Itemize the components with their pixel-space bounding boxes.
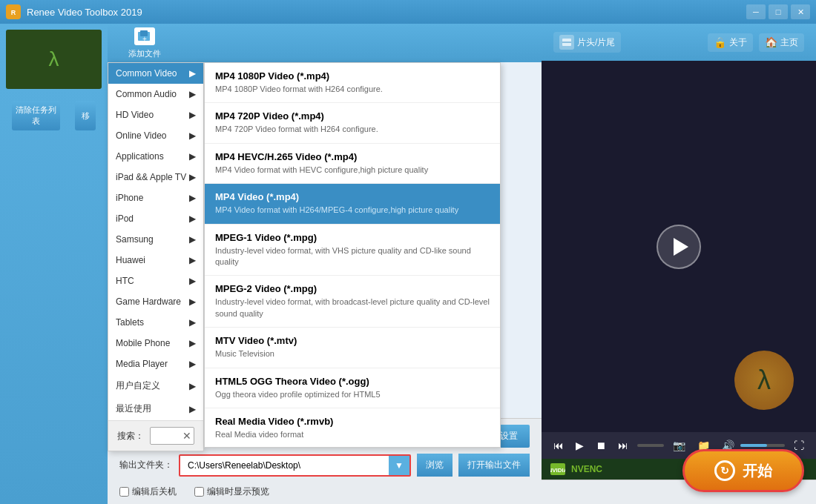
volume-fill	[740, 444, 767, 447]
right-panel: 片头/片尾 🔒 关于 🏠 主页 λ ⏮ ▶ ⏹ ⏭	[542, 24, 816, 504]
search-clear-icon[interactable]: ✕	[182, 430, 191, 442]
shutdown-check[interactable]	[119, 487, 129, 497]
category-item[interactable]: 最近使用▶	[108, 397, 203, 420]
video-area: λ	[542, 61, 816, 432]
category-item[interactable]: iPhone▶	[108, 188, 203, 208]
volume-bar[interactable]	[740, 444, 785, 447]
title-bar-left: R Renee Video Toolbox 2019	[6, 4, 142, 19]
about-label: 关于	[729, 36, 747, 49]
folder-row: 输出文件夹： ▼ 浏览 打开输出文件	[119, 454, 530, 477]
category-item[interactable]: iPad && Apple TV▶	[108, 167, 203, 188]
bottom-checkboxes: 编辑后关机 编辑时显示预览	[119, 483, 530, 498]
category-item[interactable]: Mobile Phone▶	[108, 333, 203, 354]
start-label: 开始	[743, 461, 772, 481]
move-button[interactable]: 移	[75, 101, 96, 130]
add-file-button[interactable]: + 添加文件	[119, 23, 170, 64]
close-button[interactable]: ✕	[791, 4, 810, 19]
format-submenu[interactable]: MP4 1080P Video (*.mp4)MP4 1080P Video f…	[204, 62, 501, 448]
category-item[interactable]: Game Hardware▶	[108, 291, 203, 312]
path-input-container: ▼	[179, 454, 411, 477]
category-item[interactable]: Media Player▶	[108, 354, 203, 374]
minimize-button[interactable]: ─	[746, 4, 766, 19]
category-item[interactable]: HD Video▶	[108, 105, 203, 125]
search-bar: 搜索： ✕	[108, 420, 203, 451]
add-file-icon: +	[134, 27, 155, 45]
category-menu[interactable]: Common Video▶Common Audio▶HD Video▶Onlin…	[108, 62, 204, 451]
maximize-button[interactable]: □	[769, 4, 788, 19]
home-label: 主页	[780, 36, 798, 49]
format-item[interactable]: MP4 HEVC/H.265 Video (*.mp4)MP4 Video fo…	[205, 144, 500, 184]
intro-icon	[559, 35, 574, 50]
path-arrow-icon[interactable]: ▼	[389, 456, 409, 475]
refresh-icon: ↻	[714, 460, 735, 481]
format-item[interactable]: MP4 Video (*.mp4)MP4 Video format with H…	[205, 184, 500, 224]
category-item[interactable]: Common Audio▶	[108, 84, 203, 105]
format-item[interactable]: MP4 1080P Video (*.mp4)MP4 1080P Video f…	[205, 63, 500, 103]
nvenc-label: NVENC	[571, 464, 602, 474]
open-output-button[interactable]: 打开输出文件	[458, 454, 530, 477]
app-title: Renee Video Toolbox 2019	[27, 7, 142, 18]
skip-forward-button[interactable]: ⏭	[615, 438, 631, 453]
category-item[interactable]: iPod▶	[108, 208, 203, 229]
progress-bar[interactable]	[637, 444, 664, 447]
svg-text:+: +	[142, 35, 147, 42]
category-item[interactable]: Huawei▶	[108, 250, 203, 271]
screenshot-button[interactable]: 📷	[670, 438, 688, 453]
play-button[interactable]	[657, 225, 701, 269]
home-icon: 🏠	[765, 36, 777, 48]
right-panel-top: 片头/片尾 🔒 关于 🏠 主页	[542, 24, 816, 61]
category-item[interactable]: Tablets▶	[108, 312, 203, 333]
video-decoration: λ	[734, 351, 794, 410]
toolbar: + 添加文件	[108, 24, 542, 62]
path-input[interactable]	[180, 456, 409, 475]
add-file-label: 添加文件	[128, 48, 161, 59]
about-button[interactable]: 🔒 关于	[708, 33, 753, 52]
lock-icon: 🔒	[714, 36, 726, 48]
search-label: 搜索：	[117, 430, 144, 442]
format-item[interactable]: MTV Video (*.mtv)Music Television	[205, 328, 500, 368]
skip-back-button[interactable]: ⏮	[550, 438, 567, 453]
window-controls: ─ □ ✕	[746, 4, 810, 19]
folder-label: 输出文件夹：	[119, 459, 173, 471]
title-bar: R Renee Video Toolbox 2019 ─ □ ✕	[0, 0, 816, 24]
format-item[interactable]: Real Media Video (*.rmvb)Real Media vide…	[205, 408, 500, 448]
svg-text:NVIDIA: NVIDIA	[550, 467, 565, 474]
format-item[interactable]: MPEG-1 Video (*.mpg)Industry-level video…	[205, 225, 500, 276]
browse-button[interactable]: 浏览	[417, 454, 453, 477]
category-item[interactable]: Common Video▶	[108, 63, 203, 84]
format-item[interactable]: HTML5 OGG Theora Video (*.ogg)Ogg theora…	[205, 368, 500, 408]
home-button[interactable]: 🏠 主页	[759, 33, 804, 52]
video-thumbnail: λ	[6, 30, 102, 89]
app-icon: R	[6, 4, 21, 19]
search-container: ✕	[150, 427, 194, 445]
category-item[interactable]: 用户自定义▶	[108, 374, 203, 397]
category-item[interactable]: HTC▶	[108, 271, 203, 291]
format-item[interactable]: MPEG-2 Video (*.mpg)Industry-level video…	[205, 276, 500, 328]
clear-tasks-button[interactable]: 清除任务列表	[12, 101, 60, 130]
preview-check[interactable]	[194, 487, 204, 497]
preview-checkbox[interactable]: 编辑时显示预览	[194, 485, 269, 498]
category-item[interactable]: Samsung▶	[108, 229, 203, 250]
intro-button[interactable]: 片头/片尾	[553, 32, 621, 53]
start-button[interactable]: ↻ 开始	[682, 449, 804, 492]
fullscreen-button[interactable]: ⛶	[791, 438, 807, 453]
category-item[interactable]: Online Video▶	[108, 125, 203, 146]
format-item[interactable]: MP4 720P Video (*.mp4)MP4 720P Video for…	[205, 103, 500, 143]
shutdown-checkbox[interactable]: 编辑后关机	[119, 485, 177, 498]
play-pause-button[interactable]: ▶	[573, 438, 587, 453]
category-item[interactable]: Applications▶	[108, 146, 203, 167]
intro-label: 片头/片尾	[577, 36, 615, 49]
svg-text:R: R	[11, 9, 16, 16]
stop-button[interactable]: ⏹	[593, 438, 609, 453]
